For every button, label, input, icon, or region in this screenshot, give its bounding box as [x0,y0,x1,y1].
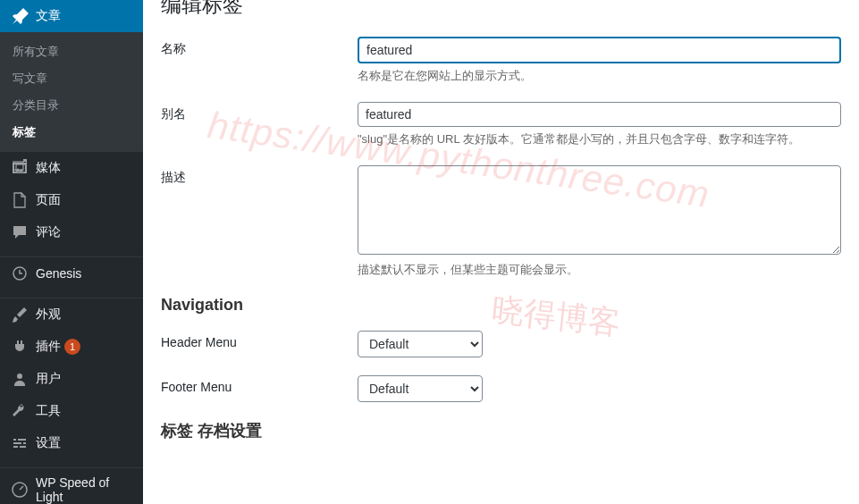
slug-label: 别名 [161,102,358,147]
field-description-row: 描述 描述默认不显示，但某些主题可能会显示。 [161,165,841,278]
sidebar-label: 插件 [36,339,61,355]
user-icon [11,370,29,388]
admin-sidebar: 文章 所有文章 写文章 分类目录 标签 媒体 页面 评论 Genesis 外观 … [0,0,143,504]
svg-point-3 [17,374,22,379]
sidebar-item-plugins[interactable]: 插件 1 [0,331,143,363]
sidebar-item-wpsol[interactable]: WP Speed of Light [0,468,143,504]
sidebar-label: 用户 [36,371,61,387]
field-slug-row: 别名 "slug"是名称的 URL 友好版本。它通常都是小写的，并且只包含字母、… [161,102,841,147]
sidebar-item-posts[interactable]: 文章 [0,0,143,32]
header-menu-label: Header Menu [161,331,358,357]
brush-icon [11,306,29,323]
sidebar-item-comments[interactable]: 评论 [0,216,143,248]
field-footer-menu-row: Footer Menu Default [161,375,841,402]
sidebar-label: 媒体 [36,160,61,176]
sidebar-label: 工具 [36,403,61,419]
submenu-categories[interactable]: 分类目录 [0,92,143,119]
field-header-menu-row: Header Menu Default [161,331,841,357]
footer-menu-label: Footer Menu [161,375,358,402]
slug-help: "slug"是名称的 URL 友好版本。它通常都是小写的，并且只包含字母、数字和… [358,131,841,147]
submenu-new-post[interactable]: 写文章 [0,65,143,92]
name-input[interactable] [358,37,841,63]
genesis-icon [11,265,29,282]
sliders-icon [11,434,29,452]
sidebar-submenu-posts: 所有文章 写文章 分类目录 标签 [0,32,143,152]
sidebar-label: 评论 [36,224,61,240]
sidebar-label: 页面 [36,192,61,208]
description-textarea[interactable] [358,165,841,255]
sidebar-item-settings[interactable]: 设置 [0,427,143,459]
wrench-icon [11,402,29,420]
sidebar-item-pages[interactable]: 页面 [0,184,143,216]
pushpin-icon [11,7,29,25]
description-label: 描述 [161,165,358,278]
sidebar-item-genesis[interactable]: Genesis [0,257,143,290]
plugin-icon [11,338,29,356]
sidebar-item-users[interactable]: 用户 [0,363,143,395]
page-icon [11,191,29,209]
comment-icon [11,223,29,241]
media-icon [11,159,29,177]
archive-heading: 标签 存档设置 [161,420,841,441]
submenu-tags[interactable]: 标签 [0,119,143,146]
page-title: 编辑标签 [161,0,841,19]
sidebar-item-appearance[interactable]: 外观 [0,298,143,331]
main-content: 编辑标签 名称 名称是它在您网站上的显示方式。 别名 "slug"是名称的 UR… [143,0,859,504]
name-help: 名称是它在您网站上的显示方式。 [358,68,841,84]
submenu-all-posts[interactable]: 所有文章 [0,38,143,65]
footer-menu-select[interactable]: Default [358,375,483,402]
slug-input[interactable] [358,102,841,127]
sidebar-item-media[interactable]: 媒体 [0,152,143,184]
header-menu-select[interactable]: Default [358,331,483,357]
navigation-heading: Navigation [161,296,841,315]
sidebar-item-tools[interactable]: 工具 [0,395,143,427]
sidebar-label: WP Speed of Light [36,475,136,504]
sidebar-label: 外观 [36,307,61,323]
plugins-update-badge: 1 [64,339,80,355]
name-label: 名称 [161,37,358,84]
description-help: 描述默认不显示，但某些主题可能会显示。 [358,262,841,278]
field-name-row: 名称 名称是它在您网站上的显示方式。 [161,37,841,84]
sidebar-label: 设置 [36,435,61,451]
sidebar-label: 文章 [36,8,61,24]
sidebar-label: Genesis [36,266,81,281]
speed-icon [11,481,29,499]
